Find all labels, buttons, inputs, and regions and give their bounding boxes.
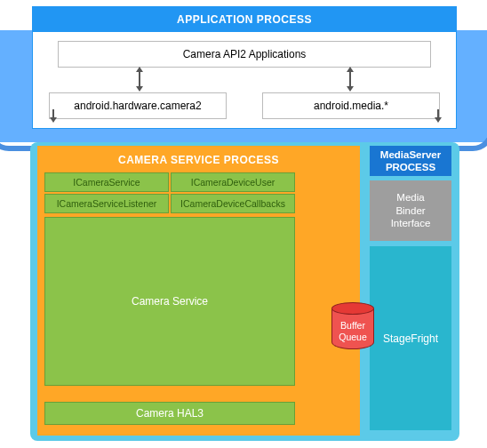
application-process-box: APPLICATION PROCESS Camera API2 Applicat… bbox=[32, 6, 457, 129]
buffer-queue-cylinder: BufferQueue bbox=[330, 302, 376, 356]
icameraservicelistener-cell: ICameraServiceListener bbox=[44, 194, 169, 213]
lower-process-container: CAMERA SERVICE PROCESS ICameraService IC… bbox=[30, 142, 459, 441]
android-hardware-camera2-box: android.hardware.camera2 bbox=[49, 92, 227, 119]
camera-service-process-title: CAMERA SERVICE PROCESS bbox=[37, 146, 360, 174]
stagefright-box: StageFright bbox=[370, 246, 451, 430]
application-process-title: APPLICATION PROCESS bbox=[33, 7, 456, 32]
camera-service-process-box: CAMERA SERVICE PROCESS ICameraService IC… bbox=[37, 146, 360, 436]
application-process-body: Camera API2 Applications android.hardwar… bbox=[33, 32, 456, 128]
camera-service-inner: ICameraService ICameraDeviceUser ICamera… bbox=[44, 172, 295, 430]
aidl-interfaces-grid: ICameraService ICameraDeviceUser ICamera… bbox=[44, 172, 295, 213]
arrow-api2-to-media bbox=[349, 71, 351, 87]
arrow-api2-to-hwcamera2 bbox=[139, 71, 140, 87]
arrow-media-down bbox=[437, 109, 439, 118]
camera-api2-applications-box: Camera API2 Applications bbox=[58, 41, 431, 68]
camera-hal3-box: Camera HAL3 bbox=[44, 402, 295, 425]
mediaserver-process-box: MediaServer PROCESS MediaBinderInterface… bbox=[370, 146, 451, 436]
android-media-box: android.media.* bbox=[262, 92, 440, 119]
icameradevicecallbacks-cell: ICameraDeviceCallbacks bbox=[171, 194, 295, 213]
arrow-hwcamera2-down bbox=[52, 109, 54, 118]
icameradeviceuser-cell: ICameraDeviceUser bbox=[171, 172, 295, 192]
buffer-queue-lid bbox=[331, 302, 374, 315]
icameraservice-cell: ICameraService bbox=[44, 172, 169, 192]
mediaserver-process-title: MediaServer PROCESS bbox=[370, 146, 451, 176]
mediaserver-title-line1: MediaServer bbox=[380, 149, 441, 160]
camera-service-box: Camera Service bbox=[44, 217, 295, 386]
mediaserver-title-line2: PROCESS bbox=[386, 162, 435, 172]
media-binder-interface-box: MediaBinderInterface bbox=[370, 180, 451, 241]
